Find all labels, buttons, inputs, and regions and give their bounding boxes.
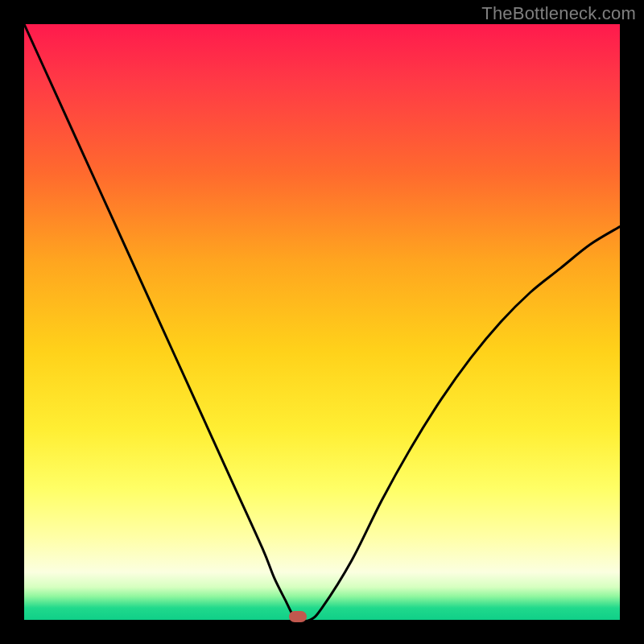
- bottleneck-curve: [24, 24, 620, 620]
- chart-plot-area: [24, 24, 620, 620]
- watermark-text: TheBottleneck.com: [481, 3, 636, 24]
- chart-frame: TheBottleneck.com: [0, 0, 644, 644]
- optimal-point-marker: [289, 611, 307, 622]
